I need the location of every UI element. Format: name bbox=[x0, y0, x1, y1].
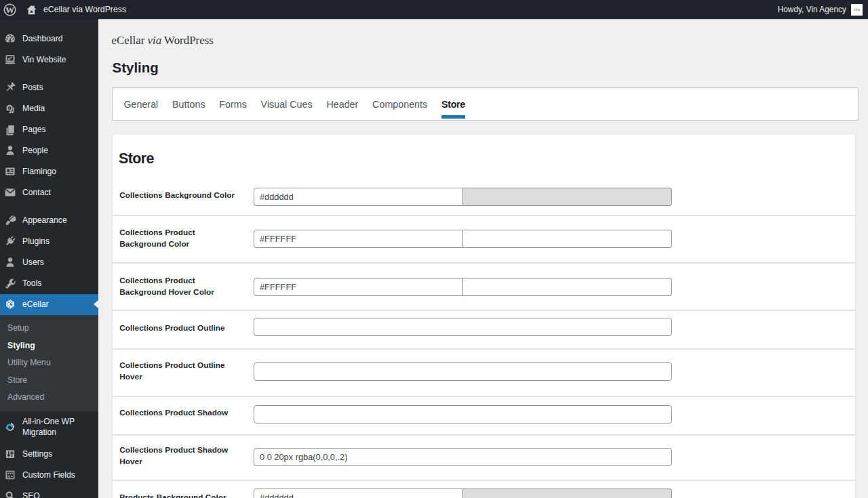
svg-text:W: W bbox=[5, 5, 14, 15]
